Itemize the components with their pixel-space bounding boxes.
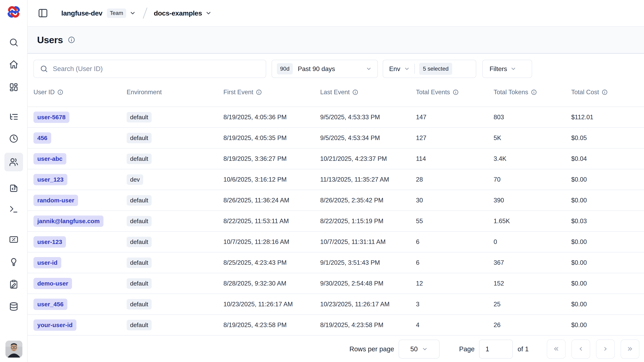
filter-controls: Search (User ID) 90d Past 90 days Env 5 …	[34, 60, 644, 78]
total-events-cell: 114	[416, 155, 494, 162]
user-id-badge[interactable]: user-abc	[34, 153, 66, 164]
pagination-bar: Rows per page 50 Page 1 of 1 « ‹ › »	[28, 336, 644, 362]
total-cost-cell: $0.00	[571, 176, 638, 183]
last-page-button[interactable]: »	[620, 339, 639, 359]
total-tokens-cell: 1.65K	[494, 217, 571, 225]
sidebar-item-dashboard[interactable]	[4, 78, 23, 97]
total-events-cell: 127	[416, 134, 494, 142]
sidebar-item-datasets-database[interactable]	[4, 297, 23, 316]
sidebar-item-playground-terminal[interactable]	[4, 200, 23, 219]
first-event-cell: 8/22/2025, 11:53:11 AM	[224, 217, 320, 225]
user-id-badge[interactable]: 456	[34, 132, 51, 144]
env-filter-button[interactable]: Env 5 selected	[383, 60, 476, 78]
total-cost-cell: $0.00	[571, 321, 638, 329]
last-event-cell: 9/5/2025, 4:53:34 PM	[320, 134, 416, 142]
user-id-badge[interactable]: demo-user	[34, 278, 72, 289]
total-tokens-cell: 803	[494, 114, 571, 121]
total-events-cell: 147	[416, 114, 494, 121]
total-cost-cell: $0.00	[571, 301, 638, 308]
rows-per-page-select[interactable]: 50	[398, 339, 440, 358]
column-header-last-event[interactable]: Last Event	[320, 89, 416, 96]
sidebar-item-sessions-clock[interactable]	[4, 129, 23, 148]
info-icon[interactable]	[68, 36, 75, 44]
user-id-badge[interactable]: random-user	[34, 195, 78, 206]
sidebar-item-evaluators-lightbulb[interactable]	[4, 252, 23, 271]
table-row[interactable]: user_456 default 10/23/2025, 11:26:17 AM…	[28, 294, 644, 315]
env-filter-label: Env	[389, 65, 400, 73]
user-id-badge[interactable]: your-user-id	[34, 319, 76, 331]
filters-button[interactable]: Filters	[482, 60, 532, 78]
environment-badge: default	[126, 237, 152, 247]
environment-badge: default	[126, 154, 152, 164]
env-selected-badge: 5 selected	[419, 63, 452, 75]
environment-badge: default	[126, 299, 152, 309]
table-row[interactable]: user_123 dev 10/6/2025, 3:16:12 PM 11/13…	[28, 169, 644, 190]
sidebar-item-home[interactable]	[4, 55, 23, 74]
user-avatar[interactable]	[6, 341, 22, 357]
topbar: langfuse-dev Team docs-examples	[28, 0, 644, 27]
project-selector[interactable]: docs-examples	[154, 9, 212, 17]
table-row[interactable]: user-id default 8/25/2025, 4:23:43 PM 9/…	[28, 252, 644, 273]
first-event-cell: 8/19/2025, 3:36:27 PM	[224, 155, 320, 162]
sidebar-item-scores-percent[interactable]	[4, 230, 23, 249]
user-id-badge[interactable]: user-id	[34, 257, 61, 268]
total-events-cell: 30	[416, 197, 494, 204]
sidebar-item-search[interactable]	[4, 33, 23, 52]
total-events-cell: 55	[416, 217, 494, 225]
org-selector[interactable]: langfuse-dev Team	[61, 9, 136, 18]
org-logo	[7, 6, 20, 18]
table-row[interactable]: user-5678 default 8/19/2025, 4:05:36 PM …	[28, 107, 644, 128]
column-header-user-id[interactable]: User ID	[34, 89, 126, 96]
next-page-button[interactable]: ›	[596, 339, 615, 359]
table-row[interactable]: random-user default 8/26/2025, 11:36:24 …	[28, 190, 644, 211]
sidebar-toggle-button[interactable]	[37, 7, 49, 19]
rows-per-page-label: Rows per page	[350, 345, 394, 353]
total-events-cell: 28	[416, 176, 494, 183]
table-row[interactable]: jannik@langfuse.com default 8/22/2025, 1…	[28, 211, 644, 232]
user-id-badge[interactable]: user_123	[34, 174, 67, 185]
environment-badge: default	[126, 278, 152, 289]
user-id-badge[interactable]: jannik@langfuse.com	[34, 215, 104, 227]
table-row[interactable]: user-abc default 8/19/2025, 3:36:27 PM 1…	[28, 149, 644, 169]
page-number-input[interactable]: 1	[479, 339, 513, 358]
search-input[interactable]: Search (User ID)	[34, 60, 266, 78]
previous-page-button[interactable]: ‹	[572, 339, 590, 359]
total-cost-cell: $0.05	[571, 134, 638, 142]
column-header-first-event[interactable]: First Event	[224, 89, 320, 96]
table-row[interactable]: demo-user default 8/28/2025, 9:32:30 AM …	[28, 273, 644, 294]
total-events-cell: 6	[416, 238, 494, 246]
table-row[interactable]: 456 default 8/19/2025, 4:05:35 PM 9/5/20…	[28, 128, 644, 149]
user-id-badge[interactable]: user_456	[34, 299, 67, 310]
evaluators-lightbulb-icon	[9, 257, 18, 266]
last-event-cell: 11/13/2025, 11:35:27 AM	[320, 176, 416, 183]
date-range-shortcut-badge: 90d	[277, 63, 293, 75]
user-id-badge[interactable]: user-5678	[34, 112, 69, 123]
environment-badge: dev	[126, 174, 143, 185]
chevron-down-icon	[205, 10, 212, 16]
sidebar-item-annotation-clipboard[interactable]	[4, 275, 23, 293]
last-event-cell: 8/22/2025, 1:15:19 PM	[320, 217, 416, 225]
total-tokens-cell: 152	[494, 280, 571, 287]
filters-label: Filters	[490, 65, 507, 73]
column-header-total-events[interactable]: Total Events	[416, 89, 494, 96]
table-row[interactable]: user-123 default 10/7/2025, 11:28:16 AM …	[28, 232, 644, 252]
sidebar-item-prompts-file-code[interactable]	[4, 179, 23, 197]
search-icon	[40, 65, 48, 73]
column-header-total-cost[interactable]: Total Cost	[571, 89, 638, 96]
column-header-total-tokens[interactable]: Total Tokens	[494, 89, 571, 96]
sidebar-item-users[interactable]	[4, 153, 23, 171]
chevron-down-icon	[422, 346, 428, 352]
environment-badge: default	[126, 112, 152, 123]
user-id-badge[interactable]: user-123	[34, 236, 66, 248]
sidebar-item-tracing-tree[interactable]	[4, 108, 23, 126]
last-event-cell: 8/26/2025, 2:35:42 PM	[320, 197, 416, 204]
tracing-tree-icon	[9, 112, 18, 122]
total-cost-cell: $0.00	[571, 259, 638, 266]
date-range-button[interactable]: 90d Past 90 days	[272, 60, 378, 78]
first-page-button[interactable]: «	[547, 339, 566, 359]
column-header-environment[interactable]: Environment	[126, 89, 224, 96]
app-root: langfuse-dev Team docs-examples Users Se…	[0, 0, 644, 362]
table-body: user-5678 default 8/19/2025, 4:05:36 PM …	[28, 107, 644, 335]
environment-badge: default	[126, 216, 152, 226]
table-row[interactable]: your-user-id default 8/19/2025, 4:23:58 …	[28, 315, 644, 335]
